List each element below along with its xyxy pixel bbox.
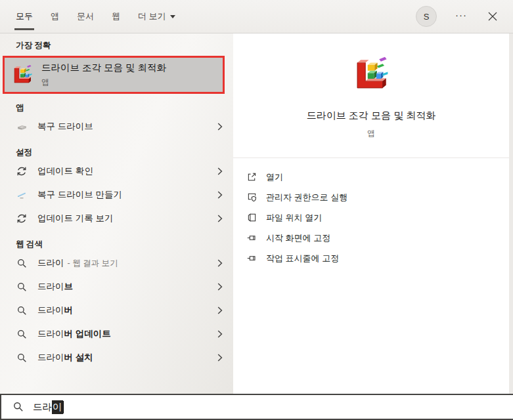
tab-all[interactable]: 모두 [16,0,33,33]
best-match-title: 드라이브 조각 모음 및 최적화 [41,62,166,74]
search-icon [16,329,28,339]
web-search-label: 드라이버 업데이트 [37,328,111,340]
chevron-right-icon[interactable] [217,330,223,338]
list-item-label: 업데이트 기록 보기 [37,213,114,224]
close-icon[interactable] [485,9,500,24]
refresh-icon [16,166,28,177]
drive-icon [16,121,28,133]
detail-panel: 드라이브 조각 모음 및 최적화 앱 열기 관 [233,33,509,394]
header-bar: 모두 앱 문서 웹 더 보기 S ··· [0,0,513,33]
action-label: 시작 화면에 고정 [266,232,330,244]
search-icon [13,402,24,412]
web-search-label: 드라이브 [37,281,73,293]
action-label: 열기 [266,171,283,183]
list-item-label: 업데이트 확인 [37,165,93,177]
web-search-item[interactable]: 드라이브 [0,275,233,299]
action-label: 작업 표시줄에 고정 [266,253,339,264]
list-item-update-history[interactable]: 업데이트 기록 보기 [0,207,233,230]
best-match-text: 드라이브 조각 모음 및 최적화 앱 [41,62,166,88]
search-icon [16,282,28,292]
tab-web-label: 웹 [112,10,120,22]
list-item-label: 복구 드라이브 만들기 [37,189,122,201]
action-pin-to-start[interactable]: 시작 화면에 고정 [246,228,509,248]
search-query-text: 드라이 [33,400,64,414]
pin-icon [246,233,257,243]
list-item-create-recovery-drive[interactable]: 복구 드라이브 만들기 [0,183,233,207]
chevron-down-icon [170,15,175,18]
search-input[interactable]: 드라이 [0,394,513,420]
monitor-icon [16,190,28,200]
section-apps-header: 앱 [16,102,233,114]
action-run-as-admin[interactable]: 관리자 권한으로 실행 [246,187,509,207]
search-icon [16,353,28,363]
tab-documents-label: 문서 [77,10,94,22]
results-panel: 가장 정확 드라이브 조각 모음 및 최적화 앱 앱 복구 드라이브 설정 [0,33,233,394]
web-search-item[interactable]: 드라이- 웹 결과 보기 [0,251,233,275]
action-label: 파일 위치 열기 [266,212,322,224]
list-item-recovery-drive[interactable]: 복구 드라이브 [0,115,233,138]
tab-more[interactable]: 더 보기 [138,0,175,33]
tab-documents[interactable]: 문서 [77,0,94,33]
action-pin-to-taskbar[interactable]: 작업 표시줄에 고정 [246,248,509,268]
list-item-label: 복구 드라이브 [37,121,93,133]
app-type: 앱 [233,128,509,139]
list-item-check-updates[interactable]: 업데이트 확인 [0,159,233,183]
chevron-right-icon[interactable] [217,167,223,175]
web-search-label: 드라이- 웹 결과 보기 [37,257,118,269]
tab-apps[interactable]: 앱 [51,0,59,33]
open-icon [246,172,257,182]
pin-icon [246,253,257,263]
tab-apps-label: 앱 [51,10,59,22]
best-match-item[interactable]: 드라이브 조각 모음 및 최적화 앱 [3,56,225,94]
web-search-item[interactable]: 드라이버 설치 [0,346,233,369]
chevron-right-icon[interactable] [217,259,223,267]
avatar-initial: S [424,12,430,22]
header-actions: S ··· [416,0,500,33]
chevron-right-icon[interactable] [217,215,223,222]
avatar[interactable]: S [416,6,437,27]
web-search-label: 드라이버 [37,304,73,316]
tab-more-label: 더 보기 [138,10,166,22]
chevron-right-icon[interactable] [217,191,223,199]
web-search-label: 드라이버 설치 [37,352,93,364]
action-open[interactable]: 열기 [246,167,509,187]
chevron-right-icon[interactable] [217,306,223,314]
web-search-item[interactable]: 드라이버 업데이트 [0,322,233,346]
defrag-app-icon-large [353,56,390,93]
chevron-right-icon[interactable] [217,123,223,131]
section-settings-header: 설정 [16,147,233,158]
tab-web[interactable]: 웹 [112,0,120,33]
tab-all-label: 모두 [16,10,33,22]
refresh-icon [16,213,28,224]
search-icon [16,306,28,316]
action-label: 관리자 권한으로 실행 [266,192,347,203]
admin-shield-icon [246,192,257,202]
app-title: 드라이브 조각 모음 및 최적화 [233,110,509,122]
section-best-match-header: 가장 정확 [16,40,233,51]
ime-composition: 이 [52,400,63,414]
action-open-file-location[interactable]: 파일 위치 열기 [246,207,509,228]
chevron-right-icon[interactable] [217,283,223,291]
chevron-right-icon[interactable] [217,354,223,362]
file-location-icon [246,213,257,222]
more-options-icon[interactable]: ··· [455,9,467,24]
defrag-app-icon [12,64,33,85]
web-search-item[interactable]: 드라이버 [0,299,233,322]
app-hero: 드라이브 조각 모음 및 최적화 앱 [233,33,509,139]
section-web-header: 웹 검색 [16,239,233,250]
search-flyout-window: 모두 앱 문서 웹 더 보기 S ··· 가장 정확 드라이브 조각 모음 및 … [0,0,513,420]
search-icon [16,259,28,268]
text-caret [63,401,64,413]
search-filter-tabs: 모두 앱 문서 웹 더 보기 [16,0,175,33]
app-actions: 열기 관리자 권한으로 실행 파일 위치 열기 [233,158,509,268]
best-match-type: 앱 [41,77,166,88]
